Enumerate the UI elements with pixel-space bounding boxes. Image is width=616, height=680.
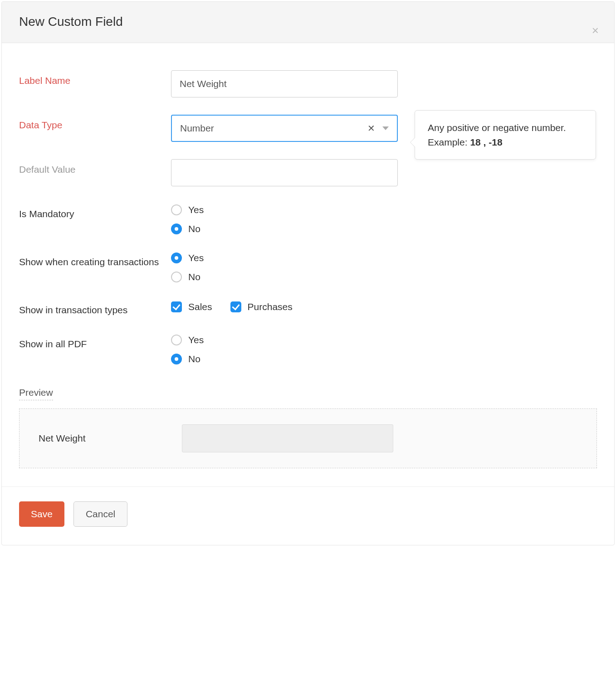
modal-header: New Custom Field × [2,2,614,43]
preview-heading: Preview [19,387,53,400]
clear-icon[interactable]: ✕ [367,123,375,134]
preview-box: Net Weight [19,408,597,468]
save-button[interactable]: Save [19,501,64,527]
radio-icon [171,335,182,345]
checkbox-purchases[interactable]: Purchases [230,301,293,312]
row-show-pdf: Show in all PDF Yes No [19,334,597,364]
chevron-down-icon[interactable] [382,126,389,130]
show-creating-label: Show when creating transactions [19,252,171,268]
row-default-value: Default Value [19,159,597,186]
close-icon[interactable]: × [592,24,599,36]
data-type-value: Number [180,123,214,134]
show-creating-no[interactable]: No [171,272,204,282]
show-pdf-yes[interactable]: Yes [171,335,204,345]
radio-icon [171,253,182,263]
default-value-label: Default Value [19,159,171,176]
modal-body: Label Name Data Type Number ✕ Any positi… [2,43,614,486]
label-name-label: Label Name [19,70,171,87]
show-creating-yes[interactable]: Yes [171,253,204,263]
show-pdf-label: Show in all PDF [19,334,171,350]
cancel-button[interactable]: Cancel [73,501,127,527]
data-type-select[interactable]: Number ✕ [171,115,398,142]
preview-field-label: Net Weight [39,433,182,444]
default-value-input[interactable] [171,159,398,186]
is-mandatory-yes[interactable]: Yes [171,204,204,215]
row-label-name: Label Name [19,70,597,97]
is-mandatory-no[interactable]: No [171,223,204,234]
row-show-creating: Show when creating transactions Yes No [19,252,597,282]
transaction-types-label: Show in transaction types [19,300,171,316]
label-name-input[interactable] [171,70,398,97]
preview-field-input [182,424,393,452]
row-transaction-types: Show in transaction types Sales Purchase… [19,300,597,316]
radio-icon [171,204,182,215]
checkbox-icon [171,301,182,312]
tooltip-example: 18 , -18 [470,137,502,147]
modal-footer: Save Cancel [2,486,614,545]
radio-icon [171,272,182,282]
radio-icon [171,223,182,234]
checkbox-icon [230,301,241,312]
show-pdf-no[interactable]: No [171,354,204,364]
new-custom-field-modal: New Custom Field × Label Name Data Type … [1,1,615,545]
radio-icon [171,354,182,364]
data-type-label: Data Type [19,115,171,131]
data-type-tooltip: Any positive or negative number. Example… [415,110,596,160]
row-is-mandatory: Is Mandatory Yes No [19,204,597,234]
is-mandatory-label: Is Mandatory [19,204,171,220]
checkbox-sales[interactable]: Sales [171,301,212,312]
preview-section: Preview Net Weight [19,387,597,468]
modal-title: New Custom Field [19,15,597,29]
